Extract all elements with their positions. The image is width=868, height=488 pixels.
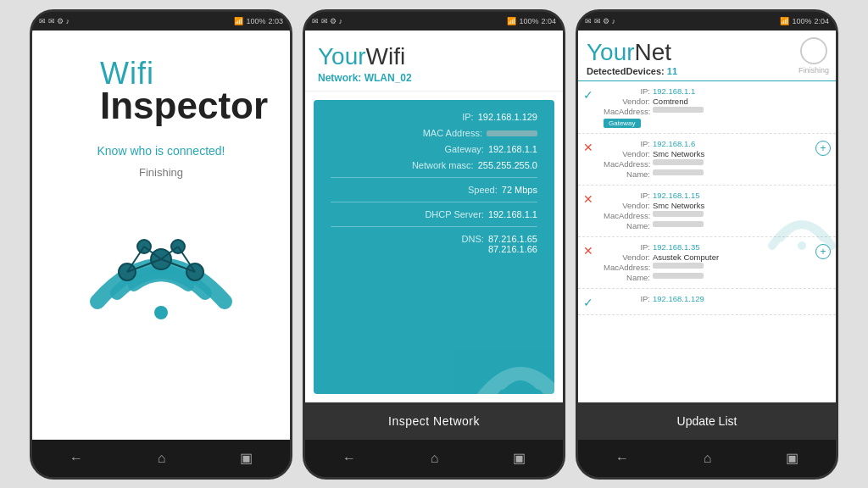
status-icons-left: ✉ ✉ ⚙ ♪ [39, 17, 70, 25]
dhcp-row: DHCP Server: 192.168.1.1 [331, 209, 537, 219]
battery-percent-2: 100% [519, 17, 538, 25]
device-name-row-4: Name: [604, 273, 815, 282]
device-status-x-4: ✕ [583, 244, 600, 258]
device-status-check-5: ✓ [583, 296, 600, 309]
recents-button-3[interactable]: ▣ [786, 450, 798, 466]
status-bar-2: ✉ ✉ ⚙ ♪ 📶 100% 2:04 [305, 12, 563, 30]
notification-icons: ✉ ✉ ⚙ ♪ [39, 17, 70, 25]
finishing-circle [800, 37, 827, 64]
title-wifi-2: Wifi [366, 43, 406, 69]
yournet-title: YourNet [587, 39, 827, 66]
mac-blurred-2 [653, 159, 704, 165]
phone-screen-2: ✉ ✉ ⚙ ♪ 📶 100% 2:04 YourWifi Network: WL… [303, 9, 565, 480]
status-bar-3: ✉ ✉ ⚙ ♪ 📶 100% 2:04 [578, 12, 836, 30]
device-mac-row-2: MacAddress: [604, 159, 815, 169]
status-bar-1: ✉ ✉ ⚙ ♪ 📶 100% 2:03 [32, 12, 290, 30]
status-right-3: 📶 100% 2:04 [780, 17, 829, 25]
gateway-row: Gateway: 192.168.1.1 [331, 144, 537, 154]
battery-percent: 100% [246, 17, 265, 25]
device-info-2: IP: 192.168.1.6 Vendor: Smc Networks Mac… [604, 139, 815, 180]
notification-icons-3: ✉ ✉ ⚙ ♪ [585, 17, 615, 25]
separator-3 [331, 226, 537, 227]
phone-screen-3: ✉ ✉ ⚙ ♪ 📶 100% 2:04 YourNet DetectedDevi… [576, 9, 838, 480]
mac-blurred-3 [653, 211, 704, 217]
device-status-x-3: ✕ [583, 192, 600, 206]
separator-2 [331, 202, 537, 202]
device-name-row-2: Name: [604, 169, 815, 179]
home-button[interactable]: ⌂ [158, 451, 166, 466]
ip-row: IP: 192.168.1.129 [331, 112, 537, 122]
screen3-header: YourNet DetectedDevices: 11 Finishing [578, 30, 836, 81]
speed-row: Speed: 72 Mbps [331, 185, 537, 195]
device-add-button[interactable]: + [815, 141, 831, 156]
time-display-3: 2:04 [814, 17, 829, 25]
device-mac-row: MacAddress: [604, 107, 831, 116]
time-display: 2:03 [268, 17, 283, 25]
device-ip-row: IP: 192.168.1.1 [604, 86, 831, 96]
device-status-x: ✕ [583, 141, 600, 154]
device-mac-row-4: MacAddress: [604, 263, 815, 272]
detected-label: DetectedDevices: 11 [587, 66, 827, 76]
name-blurred-2 [653, 169, 704, 175]
mac-blurred-1 [653, 107, 704, 113]
home-button-2[interactable]: ⌂ [431, 451, 439, 466]
battery-icon: 📶 [234, 17, 243, 25]
battery-icon-2: 📶 [507, 17, 516, 25]
device-vendor-row-4: Vendor: Asustek Computer [604, 252, 815, 262]
mac-blurred-4 [653, 263, 704, 269]
svg-point-0 [154, 306, 168, 319]
dns-row: DNS: 87.216.1.65 87.216.1.66 [331, 234, 537, 254]
status-right-2: 📶 100% 2:04 [507, 17, 556, 25]
finishing-status: Finishing [139, 166, 183, 179]
wifi-watermark-3 [768, 191, 836, 250]
phone-screen-1: ✉ ✉ ⚙ ♪ 📶 100% 2:03 Wifi Inspector Know … [30, 9, 292, 480]
mac-blurred [487, 130, 537, 136]
inspect-network-button[interactable]: Inspect Network [305, 402, 563, 440]
gateway-badge: Gateway [604, 119, 641, 128]
recents-button-2[interactable]: ▣ [513, 450, 526, 466]
device-item: ✕ IP: 192.168.1.6 Vendor: Smc Networks M… [578, 134, 836, 186]
device-info: IP: 192.168.1.1 Vendor: Comtrend MacAddr… [604, 86, 831, 128]
back-button-2[interactable]: ← [342, 451, 356, 466]
device-status-check: ✓ [583, 88, 600, 102]
battery-percent-3: 100% [792, 17, 811, 25]
netmask-row: Network masc: 255.255.255.0 [331, 160, 537, 170]
update-list-button[interactable]: Update List [578, 402, 836, 440]
finishing-badge: Finishing [798, 37, 829, 75]
device-ip-row-5: IP: 192.168.1.129 [604, 294, 831, 303]
separator-1 [331, 177, 537, 178]
time-display-2: 2:04 [541, 17, 556, 25]
back-button-3[interactable]: ← [615, 451, 629, 466]
title-your: Your [318, 43, 366, 69]
yourwifi-title: YourWifi [318, 43, 550, 70]
notification-icons-2: ✉ ✉ ⚙ ♪ [312, 17, 342, 25]
wifi-graphic [76, 204, 246, 340]
recents-button[interactable]: ▣ [240, 450, 253, 466]
status-right-1: 📶 100% 2:03 [234, 17, 283, 25]
app-title-inspector: Inspector [100, 85, 268, 127]
status-icons-left-3: ✉ ✉ ⚙ ♪ [585, 17, 615, 25]
device-info-5: IP: 192.168.1.129 [604, 294, 831, 304]
device-item: ✓ IP: 192.168.1.129 [578, 289, 836, 315]
screen2-header: YourWifi Network: WLAN_02 [305, 30, 563, 92]
back-button[interactable]: ← [70, 451, 83, 466]
name-blurred-4 [653, 273, 704, 279]
nav-bar-3: ← ⌂ ▣ [578, 440, 836, 477]
device-vendor-row-2: Vendor: Smc Networks [604, 149, 815, 158]
status-icons-left-2: ✉ ✉ ⚙ ♪ [312, 17, 342, 25]
home-button-3[interactable]: ⌂ [704, 451, 712, 466]
mac-row: MAC Address: [331, 128, 537, 138]
network-label: Network: WLAN_02 [318, 72, 550, 84]
nav-bar-2: ← ⌂ ▣ [305, 440, 563, 477]
app-subtitle: Know who is connected! [97, 144, 225, 158]
device-ip-row-2: IP: 192.168.1.6 [604, 139, 815, 148]
devices-list: ✓ IP: 192.168.1.1 Vendor: Comtrend MacAd… [578, 81, 836, 402]
device-vendor-row: Vendor: Comtrend [604, 97, 831, 106]
info-card: IP: 192.168.1.129 MAC Address: Gateway: … [314, 100, 554, 394]
wifi-watermark [470, 326, 554, 394]
nav-bar-1: ← ⌂ ▣ [32, 440, 290, 477]
device-item: ✓ IP: 192.168.1.1 Vendor: Comtrend MacAd… [578, 81, 836, 134]
battery-icon-3: 📶 [780, 17, 789, 25]
device-item: ✕ IP: 192.168.1.15 Vendor: Smc Networks … [578, 186, 836, 237]
svg-point-13 [798, 241, 806, 250]
